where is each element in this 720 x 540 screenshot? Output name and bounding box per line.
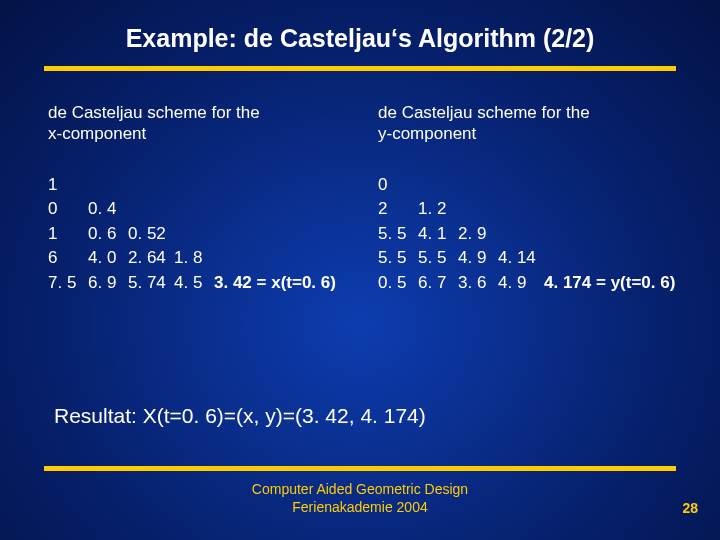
footer-line2: Ferienakademie 2004 bbox=[0, 498, 720, 516]
y-desc-line2: y-component bbox=[378, 123, 718, 144]
y-row-0: 0 bbox=[378, 173, 718, 198]
x-cell: 1 bbox=[48, 173, 88, 198]
x-result-cell: 3. 42 = x(t=0. 6) bbox=[214, 271, 336, 296]
x-row-2: 1 0. 6 0. 52 bbox=[48, 222, 378, 247]
x-scheme: 1 0 0. 4 1 0. 6 0. 52 6 4. 0 2. 64 1. 8 … bbox=[48, 173, 378, 296]
y-row-3: 5. 5 5. 5 4. 9 4. 14 bbox=[378, 246, 718, 271]
y-row-1: 2 1. 2 bbox=[378, 197, 718, 222]
y-cell: 0 bbox=[378, 173, 418, 198]
footer-line1: Computer Aided Geometric Design bbox=[0, 480, 720, 498]
y-cell: 4. 9 bbox=[458, 246, 498, 271]
x-row-3: 6 4. 0 2. 64 1. 8 bbox=[48, 246, 378, 271]
x-cell: 0. 6 bbox=[88, 222, 128, 247]
x-row-4: 7. 5 6. 9 5. 74 4. 5 3. 42 = x(t=0. 6) bbox=[48, 271, 378, 296]
x-cell: 6 bbox=[48, 246, 88, 271]
slide: Example: de Casteljau‘s Algorithm (2/2) … bbox=[0, 0, 720, 540]
y-description: de Casteljau scheme for the y-component bbox=[378, 102, 718, 145]
y-row-4: 0. 5 6. 7 3. 6 4. 9 4. 174 = y(t=0. 6) bbox=[378, 271, 718, 296]
x-cell: 7. 5 bbox=[48, 271, 88, 296]
y-cell: 3. 6 bbox=[458, 271, 498, 296]
y-cell: 5. 5 bbox=[418, 246, 458, 271]
y-cell: 4. 14 bbox=[498, 246, 544, 271]
y-desc-line1: de Casteljau scheme for the bbox=[378, 102, 718, 123]
y-scheme: 0 2 1. 2 5. 5 4. 1 2. 9 5. 5 5. 5 4. 9 4… bbox=[378, 173, 718, 296]
column-y-component: de Casteljau scheme for the y-component … bbox=[378, 102, 718, 296]
y-cell: 1. 2 bbox=[418, 197, 458, 222]
result-line: Resultat: X(t=0. 6)=(x, y)=(3. 42, 4. 17… bbox=[54, 404, 426, 428]
y-cell: 5. 5 bbox=[378, 222, 418, 247]
x-cell: 6. 9 bbox=[88, 271, 128, 296]
y-cell: 5. 5 bbox=[378, 246, 418, 271]
slide-title: Example: de Casteljau‘s Algorithm (2/2) bbox=[0, 24, 720, 53]
x-cell: 1. 8 bbox=[174, 246, 214, 271]
y-cell: 4. 9 bbox=[498, 271, 544, 296]
x-desc-line1: de Casteljau scheme for the bbox=[48, 102, 378, 123]
x-cell: 0. 52 bbox=[128, 222, 174, 247]
y-cell: 2. 9 bbox=[458, 222, 498, 247]
x-cell: 4. 5 bbox=[174, 271, 214, 296]
y-cell: 6. 7 bbox=[418, 271, 458, 296]
y-result-cell: 4. 174 = y(t=0. 6) bbox=[544, 271, 675, 296]
x-desc-line2: x-component bbox=[48, 123, 378, 144]
horizontal-rule-bottom bbox=[44, 466, 676, 471]
x-row-1: 0 0. 4 bbox=[48, 197, 378, 222]
column-x-component: de Casteljau scheme for the x-component … bbox=[48, 102, 378, 296]
footer: Computer Aided Geometric Design Ferienak… bbox=[0, 480, 720, 516]
x-description: de Casteljau scheme for the x-component bbox=[48, 102, 378, 145]
x-cell: 2. 64 bbox=[128, 246, 174, 271]
x-cell: 0. 4 bbox=[88, 197, 128, 222]
x-cell: 0 bbox=[48, 197, 88, 222]
x-cell: 5. 74 bbox=[128, 271, 174, 296]
x-row-0: 1 bbox=[48, 173, 378, 198]
x-cell: 4. 0 bbox=[88, 246, 128, 271]
page-number: 28 bbox=[682, 500, 698, 516]
y-cell: 4. 1 bbox=[418, 222, 458, 247]
y-row-2: 5. 5 4. 1 2. 9 bbox=[378, 222, 718, 247]
x-cell: 1 bbox=[48, 222, 88, 247]
y-cell: 2 bbox=[378, 197, 418, 222]
y-cell: 0. 5 bbox=[378, 271, 418, 296]
horizontal-rule-top bbox=[44, 66, 676, 71]
